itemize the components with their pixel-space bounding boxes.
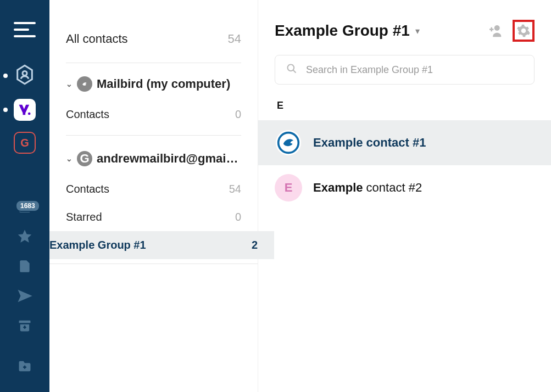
contact-avatar	[275, 129, 302, 156]
add-contact-button[interactable]	[484, 20, 506, 42]
group-title: Example Group #1	[275, 22, 410, 40]
contact-avatar: E	[275, 174, 302, 201]
search-box[interactable]	[275, 55, 535, 85]
sidebar-all-contacts[interactable]: All contacts 54	[66, 22, 241, 63]
contact-name: Example contact #2	[313, 181, 422, 195]
group-title-dropdown[interactable]: Example Group #1 ▾	[275, 22, 420, 40]
caret-down-icon: ▾	[415, 26, 420, 36]
archive-icon	[15, 316, 34, 335]
folder-contacts-gmail[interactable]: Contacts 54	[66, 175, 241, 203]
folder-plus-icon	[15, 357, 34, 376]
group-settings-button[interactable]	[513, 20, 535, 42]
chevron-down-icon: ⌄	[66, 154, 73, 163]
yahoo-icon	[14, 99, 36, 121]
send-icon	[15, 287, 34, 305]
google-avatar-icon: G	[77, 151, 92, 166]
google-icon: G	[14, 132, 36, 154]
account-name: andrewmailbird@gmail....	[97, 152, 240, 166]
rail-starred[interactable]	[0, 227, 49, 246]
rail-files[interactable]	[0, 257, 49, 276]
search-input[interactable]	[306, 64, 523, 76]
star-icon	[15, 227, 34, 246]
sidebar-panel: All contacts 54 ⌄ Mailbird (my computer)…	[49, 0, 258, 392]
account-contacts[interactable]	[0, 64, 49, 88]
svg-line-8	[293, 70, 296, 73]
menu-button[interactable]	[14, 22, 36, 37]
svg-rect-4	[19, 321, 31, 323]
account-header-mailbird[interactable]: ⌄ Mailbird (my computer)	[66, 63, 241, 100]
rail-inbox[interactable]: 1683	[0, 198, 49, 216]
rail-new-folder[interactable]	[0, 357, 49, 376]
svg-point-6	[494, 25, 500, 31]
contact-row[interactable]: Example contact #1	[258, 120, 551, 165]
svg-point-1	[28, 113, 31, 115]
mailbird-avatar-icon	[77, 76, 92, 92]
main-panel: Example Group #1 ▾ E	[258, 0, 551, 392]
svg-point-7	[288, 65, 294, 71]
contacts-hex-icon	[14, 64, 36, 88]
all-contacts-label: All contacts	[66, 32, 128, 46]
account-name: Mailbird (my computer)	[97, 77, 230, 91]
search-icon	[286, 63, 297, 76]
contact-row[interactable]: E Example contact #2	[258, 165, 551, 210]
folder-starred-gmail[interactable]: Starred 0	[66, 203, 241, 231]
rail-sent[interactable]	[0, 287, 49, 305]
rail-archive[interactable]	[0, 316, 49, 335]
section-letter: E	[277, 100, 535, 111]
account-yahoo[interactable]	[0, 99, 49, 121]
all-contacts-count: 54	[228, 32, 241, 46]
file-icon	[15, 257, 34, 276]
account-header-gmail[interactable]: ⌄ G andrewmailbird@gmail....	[66, 138, 241, 175]
gear-icon	[516, 24, 531, 38]
svg-point-0	[23, 71, 27, 76]
nav-rail: G 1683	[0, 0, 49, 392]
chevron-down-icon: ⌄	[66, 80, 73, 88]
folder-example-group[interactable]: Example Group #1 2	[33, 231, 274, 259]
inbox-badge: 1683	[15, 200, 40, 212]
account-google[interactable]: G	[0, 132, 49, 154]
folder-contacts-mailbird[interactable]: Contacts 0	[66, 100, 241, 128]
contact-name: Example contact #1	[313, 136, 426, 150]
